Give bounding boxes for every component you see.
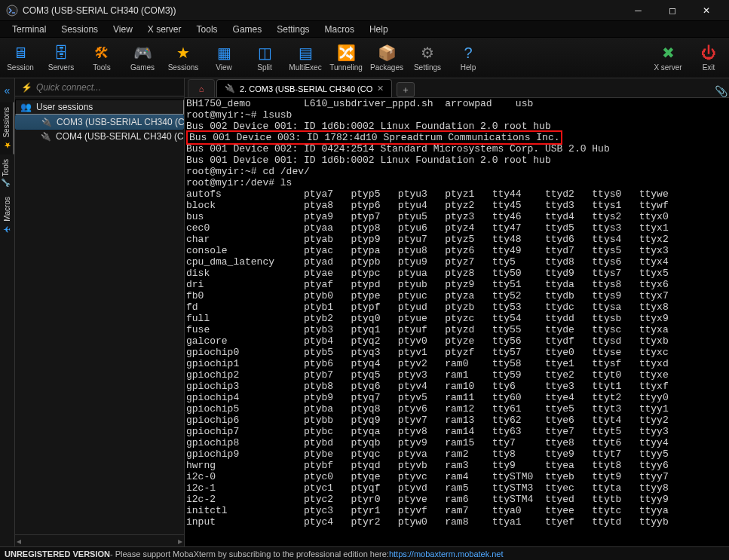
terminal[interactable]: BH1750_demo L610_usbdriver_pppd.sh arrow… — [185, 98, 729, 546]
menu-help[interactable]: Help — [362, 23, 396, 36]
new-tab-button[interactable]: ＋ — [397, 82, 415, 97]
sidebar-section-user-sessions[interactable]: 👥 User sessions — [15, 99, 184, 115]
toolbar-sessions-button[interactable]: ★Sessions — [163, 38, 204, 78]
menu-settings[interactable]: Settings — [269, 23, 317, 36]
toolbar-label: Help — [461, 63, 476, 72]
toolbar-xserver-button[interactable]: ✖X server — [648, 38, 688, 78]
toolbar-label: Exit — [703, 63, 715, 72]
session-item[interactable]: 🔌COM3 (USB-SERIAL CH340 (CO — [15, 115, 184, 130]
toolbar-label: Settings — [414, 63, 441, 72]
window-title: COM3 (USB-SERIAL CH340 (COM3)) — [23, 5, 621, 16]
session-icon: 🖥 — [11, 44, 29, 62]
settings-icon: ⚙ — [418, 44, 436, 62]
tools-icon: 🛠 — [93, 44, 111, 62]
svg-point-0 — [7, 5, 17, 16]
toolbar-split-button[interactable]: ◫Split — [244, 38, 285, 78]
search-icon: ⚡ — [21, 82, 32, 93]
toolbar-label: Servers — [48, 63, 74, 72]
rail-tab-sessions[interactable]: ★Sessions — [0, 103, 14, 155]
toolbar-label: Games — [130, 63, 155, 72]
serial-icon: 🔌 — [225, 84, 235, 93]
toolbar-label: Packages — [370, 63, 403, 72]
toolbar-help-button[interactable]: ?Help — [448, 38, 489, 78]
minimize-button[interactable]: ─ — [621, 0, 655, 21]
tab-label: 2. COM3 (USB-SERIAL CH340 (CO — [240, 84, 372, 93]
serial-port-icon: 🔌 — [41, 118, 52, 127]
exit-icon: ⏻ — [700, 44, 718, 62]
menu-terminal[interactable]: Terminal — [5, 23, 54, 36]
menu-macros[interactable]: Macros — [317, 23, 362, 36]
quick-connect-placeholder: Quick connect... — [36, 82, 101, 93]
quick-connect-input[interactable]: ⚡ Quick connect... — [15, 78, 184, 96]
side-rail: « ★Sessions🔧Tools✈Macros — [0, 78, 15, 546]
multiexec-icon: ▤ — [296, 44, 314, 62]
rail-label: Macros — [3, 197, 11, 222]
toolbar-games-button[interactable]: 🎮Games — [122, 38, 163, 78]
toolbar-label: View — [216, 63, 232, 72]
toolbar-label: Tools — [93, 63, 110, 72]
toolbar: 🖥Session🗄Servers🛠Tools🎮Games★Sessions▦Vi… — [0, 38, 729, 78]
rail-label: Tools — [2, 159, 10, 176]
menu-games[interactable]: Games — [225, 23, 270, 36]
status-text: - Please support MobaXterm by subscribin… — [110, 549, 389, 558]
attachment-icon[interactable]: 📎 — [712, 85, 729, 97]
rail-tab-tools[interactable]: 🔧Tools — [0, 155, 11, 192]
home-icon: ⌂ — [199, 84, 204, 93]
sidebar-scrollbar[interactable]: ◂▸ — [15, 534, 184, 546]
toolbar-servers-button[interactable]: 🗄Servers — [41, 38, 81, 78]
sidebar: ⚡ Quick connect... 👥 User sessions 🔌COM3… — [15, 78, 185, 546]
toolbar-exit-button[interactable]: ⏻Exit — [688, 38, 729, 78]
tab-com3[interactable]: 🔌 2. COM3 (USB-SERIAL CH340 (CO ✕ — [216, 79, 392, 97]
toolbar-multiexec-button[interactable]: ▤MultiExec — [285, 38, 326, 78]
toolbar-session-button[interactable]: 🖥Session — [0, 38, 41, 78]
session-item[interactable]: 🔌COM4 (USB-SERIAL CH340 (CO — [15, 130, 184, 143]
menu-sessions[interactable]: Sessions — [54, 23, 106, 36]
wrench-icon: 🔧 — [2, 179, 10, 188]
tab-bar: ⌂ 🔌 2. COM3 (USB-SERIAL CH340 (CO ✕ ＋ 📎 — [185, 78, 729, 98]
session-label: COM4 (USB-SERIAL CH340 (CO — [56, 131, 184, 142]
toolbar-label: Split — [257, 63, 271, 72]
xserver-icon: ✖ — [659, 44, 677, 62]
menubar: TerminalSessionsViewX serverToolsGamesSe… — [0, 21, 729, 38]
tunneling-icon: 🔀 — [337, 44, 355, 62]
close-button[interactable]: ✕ — [689, 0, 723, 21]
packages-icon: 📦 — [378, 44, 396, 62]
toolbar-label: Sessions — [168, 63, 199, 72]
status-unregistered: UNREGISTERED VERSION — [5, 549, 110, 558]
highlighted-usb-device: Bus 001 Device 003: ID 1782:4d10 Spreadt… — [186, 130, 562, 145]
tab-home[interactable]: ⌂ — [188, 79, 215, 97]
toolbar-label: X server — [654, 63, 682, 72]
help-icon: ? — [459, 44, 477, 62]
split-icon: ◫ — [256, 44, 274, 62]
tab-close-icon[interactable]: ✕ — [377, 84, 384, 93]
rail-label: Sessions — [2, 107, 11, 138]
sessions-icon: ★ — [174, 44, 192, 62]
toolbar-view-button[interactable]: ▦View — [204, 38, 244, 78]
serial-port-icon: 🔌 — [41, 132, 51, 142]
send-icon: ✈ — [2, 224, 12, 234]
collapse-chevron-icon[interactable]: « — [5, 81, 11, 99]
toolbar-tunneling-button[interactable]: 🔀Tunneling — [326, 38, 366, 78]
toolbar-label: MultiExec — [289, 63, 321, 72]
rail-tab-macros[interactable]: ✈Macros — [0, 192, 14, 239]
view-icon: ▦ — [215, 44, 233, 62]
toolbar-packages-button[interactable]: 📦Packages — [366, 38, 407, 78]
toolbar-label: Tunneling — [329, 63, 363, 72]
menu-tools[interactable]: Tools — [189, 23, 225, 36]
menu-x-server[interactable]: X server — [140, 23, 189, 36]
app-icon — [6, 5, 18, 17]
maximize-button[interactable]: ◻ — [655, 0, 689, 21]
users-icon: 👥 — [20, 102, 32, 112]
toolbar-tools-button[interactable]: 🛠Tools — [81, 38, 122, 78]
star-icon: ★ — [2, 140, 11, 150]
titlebar: COM3 (USB-SERIAL CH340 (COM3)) ─ ◻ ✕ — [0, 0, 729, 21]
toolbar-label: Session — [7, 63, 34, 72]
status-bar: UNREGISTERED VERSION - Please support Mo… — [0, 546, 729, 560]
session-label: COM3 (USB-SERIAL CH340 (CO — [57, 117, 184, 127]
status-link[interactable]: https://mobaxterm.mobatek.net — [389, 549, 504, 558]
servers-icon: 🗄 — [52, 44, 70, 62]
games-icon: 🎮 — [133, 44, 152, 62]
toolbar-settings-button[interactable]: ⚙Settings — [407, 38, 448, 78]
menu-view[interactable]: View — [106, 23, 140, 36]
sidebar-section-label: User sessions — [36, 102, 93, 112]
